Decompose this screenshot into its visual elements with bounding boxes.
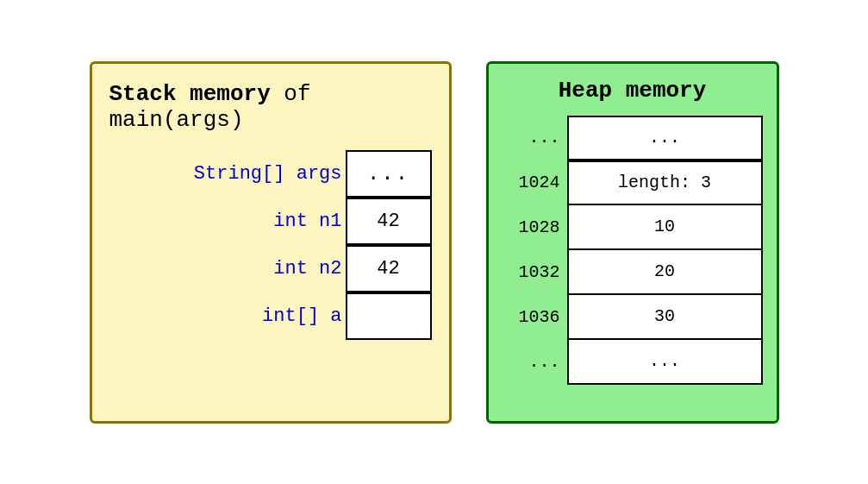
stack-row-args: String[] args ... — [109, 150, 432, 198]
heap-cell-dots-bottom: ... — [567, 340, 763, 385]
stack-row-n1: int n1 42 — [109, 198, 432, 245]
heap-row-1036: 1036 30 — [503, 295, 763, 340]
heap-addr-dots-top: ... — [503, 128, 567, 148]
heap-addr-1032: 1032 — [503, 262, 567, 282]
heap-row-1032: 1032 20 — [503, 250, 763, 295]
heap-cell-1036: 30 — [567, 295, 763, 340]
heap-addr-1036: 1036 — [503, 307, 567, 327]
stack-title-bold: Stack memory — [109, 81, 271, 107]
heap-title: Heap memory — [559, 78, 707, 104]
heap-row-dots-bottom: ... ... — [503, 340, 763, 385]
stack-cell-n2: 42 — [346, 245, 432, 292]
heap-table: ... ... 1024 length: 3 1028 10 1032 20 1… — [503, 116, 763, 385]
heap-memory-panel: Heap memory ... ... 1024 length: 3 1028 … — [486, 61, 779, 424]
heap-cell-dots-top: ... — [567, 116, 763, 160]
heap-addr-1024: 1024 — [503, 173, 567, 192]
heap-cell-1028: 10 — [567, 205, 763, 250]
heap-cell-1032: 20 — [567, 250, 763, 295]
stack-cell-args: ... — [346, 150, 432, 198]
stack-memory-panel: Stack memory of main(args) String[] args… — [90, 61, 452, 424]
heap-row-1028: 1028 10 — [503, 205, 763, 250]
heap-addr-dots-bottom: ... — [503, 352, 567, 372]
heap-row-1024: 1024 length: 3 — [503, 160, 763, 205]
stack-label-a: int[] a — [262, 305, 341, 327]
stack-cell-n1: 42 — [346, 198, 432, 245]
heap-row-dots-top: ... ... — [503, 116, 763, 160]
stack-cell-a — [346, 292, 432, 340]
stack-label-args: String[] args — [194, 163, 342, 185]
heap-cell-1024: length: 3 — [567, 160, 763, 205]
stack-rows: String[] args ... int n1 42 int n2 42 — [109, 150, 432, 340]
stack-row-n2: int n2 42 — [109, 245, 432, 292]
stack-label-n1: int n1 — [273, 211, 341, 232]
stack-label-n2: int n2 — [273, 258, 341, 280]
heap-addr-1028: 1028 — [503, 217, 567, 237]
stack-title: Stack memory of main(args) — [109, 81, 432, 133]
stack-row-a: int[] a — [109, 292, 432, 340]
